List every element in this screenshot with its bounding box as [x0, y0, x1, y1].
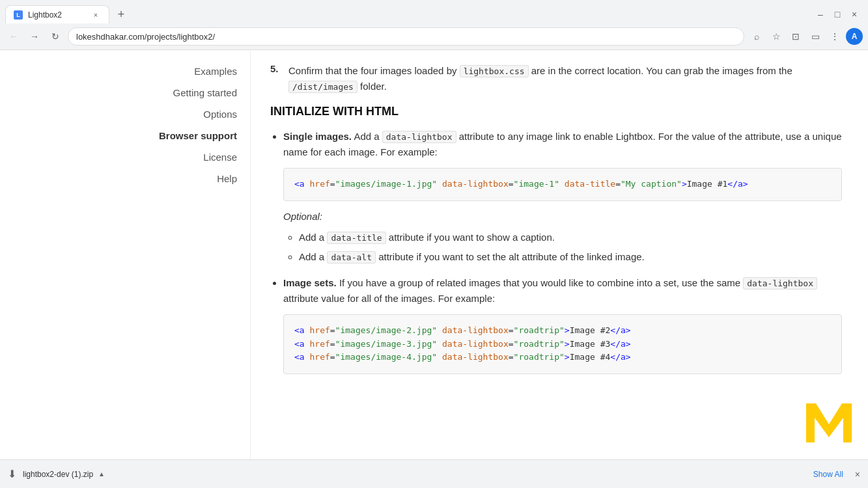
maximize-button[interactable]: □: [829, 6, 846, 23]
sidebar: Examples Getting started Options Browser…: [0, 50, 251, 488]
sidebar-item-getting-started[interactable]: Getting started: [173, 85, 237, 101]
tab-title: Lightbox2: [28, 10, 85, 20]
code-tag-text: Image #1: [687, 179, 728, 189]
sub-item2-code: data-alt: [327, 251, 376, 264]
download-chevron-icon[interactable]: ▲: [98, 470, 105, 478]
bullet1-label: Single images.: [283, 131, 352, 142]
sub-item1-text-after: attribute if you want to show a caption.: [386, 232, 555, 243]
show-all-link[interactable]: Show All: [813, 470, 843, 479]
sub-item1-text-before: Add a: [299, 232, 327, 243]
bookmark-star-icon[interactable]: ☆: [768, 28, 785, 45]
sub-item1-code: data-title: [327, 232, 385, 244]
section-heading: INITIALIZE WITH HTML: [270, 105, 842, 118]
sidebar-item-browser-support[interactable]: Browser support: [159, 128, 237, 144]
bullet2-text: If you have a group of related images th…: [337, 277, 744, 288]
cast-icon[interactable]: ▭: [807, 28, 824, 45]
code-val-datatitle: "My caption": [621, 179, 682, 189]
uofm-logo: [803, 397, 855, 449]
list-item-single-images: Single images. Add a data-lightbox attri…: [283, 129, 842, 265]
code-block-single-image: <a href="images/image-1.jpg" data-lightb…: [283, 168, 842, 201]
page-content: Examples Getting started Options Browser…: [0, 50, 868, 488]
code-val-href: "images/image-1.jpg": [335, 179, 438, 189]
code-attr-datatitle: data-title: [565, 179, 615, 189]
sub-item-data-alt: Add a data-alt attribute if you want to …: [299, 249, 842, 265]
sidebar-item-help[interactable]: Help: [217, 170, 237, 187]
browser-chrome: L Lightbox2 × + – □ × ← → ↻ ⌕ ☆ ⊡ ▭ ⋮ A: [0, 0, 868, 50]
code-val-datalightbox: "image-1": [514, 179, 559, 189]
toolbar-right: ⌕ ☆ ⊡ ▭ ⋮ A: [748, 28, 863, 45]
zoom-icon[interactable]: ⌕: [748, 28, 765, 45]
bullet1-code: data-lightbox: [382, 131, 456, 143]
code-attr-href: href: [309, 179, 329, 189]
code-block-image-sets: <a href="images/image-2.jpg" data-lightb…: [283, 314, 842, 374]
bullet2-code: data-lightbox: [743, 277, 817, 290]
bookmark-icon[interactable]: ⊡: [787, 28, 804, 45]
download-file-icon: ⬇: [8, 468, 16, 480]
sidebar-item-license[interactable]: License: [203, 149, 237, 165]
code-line-2: <a href="images/image-3.jpg" data-lightb…: [294, 338, 831, 351]
main-list: Single images. Add a data-lightbox attri…: [283, 129, 842, 374]
sidebar-item-options[interactable]: Options: [203, 106, 237, 122]
back-button[interactable]: ←: [5, 28, 22, 45]
step-code1: lightbox.css: [460, 65, 529, 77]
avatar[interactable]: A: [846, 28, 863, 45]
code-tag-open: <a: [294, 179, 309, 189]
tab-close-button[interactable]: ×: [91, 10, 101, 20]
address-bar-row: ← → ↻ ⌕ ☆ ⊡ ▭ ⋮ A: [0, 23, 868, 49]
menu-icon[interactable]: ⋮: [826, 28, 843, 45]
step-number: 5.: [270, 63, 283, 74]
close-window-button[interactable]: ×: [846, 6, 863, 23]
forward-button[interactable]: →: [26, 28, 43, 45]
new-tab-button[interactable]: +: [112, 5, 130, 23]
bullet2-label: Image sets.: [283, 277, 337, 288]
step-text: Confirm that the four images loaded by l…: [288, 63, 842, 94]
address-input[interactable]: [68, 27, 744, 46]
step-text-after: folder.: [357, 81, 387, 92]
code-line-1: <a href="images/image-2.jpg" data-lightb…: [294, 324, 831, 338]
tab-right-controls: – □ ×: [812, 6, 863, 23]
sub-item2-text-before: Add a: [299, 251, 327, 262]
sub-list: Add a data-title attribute if you want t…: [299, 230, 842, 265]
step-code2: /dist/images: [288, 81, 357, 93]
code-attr-datalightbox: data-lightbox: [442, 179, 509, 189]
list-item-image-sets: Image sets. If you have a group of relat…: [283, 275, 842, 374]
code-tag-close: >: [682, 179, 687, 189]
download-item: lightbox2-dev (1).zip ▲: [23, 470, 105, 479]
active-tab[interactable]: L Lightbox2 ×: [5, 5, 109, 23]
step-text-before: Confirm that the four images loaded by: [288, 65, 460, 76]
bullet2-text2: attribute value for all of the images. F…: [283, 293, 495, 304]
tab-bar: L Lightbox2 × + – □ ×: [0, 0, 868, 23]
optional-label: Optional:: [283, 209, 842, 224]
main-content: 5. Confirm that the four images loaded b…: [251, 50, 868, 488]
sidebar-item-examples[interactable]: Examples: [194, 63, 237, 79]
step-5: 5. Confirm that the four images loaded b…: [270, 63, 842, 94]
bullet1-text: Add a: [352, 131, 382, 142]
reload-button[interactable]: ↻: [47, 28, 64, 45]
code-tag-end: </a>: [727, 179, 748, 189]
download-bar-close-button[interactable]: ×: [855, 469, 860, 480]
tab-favicon: L: [14, 10, 23, 20]
sub-item2-text-after: attribute if you want to set the alt att…: [376, 251, 645, 262]
download-bar: ⬇ lightbox2-dev (1).zip ▲ Show All ×: [0, 459, 868, 488]
step-text-middle: are in the correct location. You can gra…: [529, 65, 792, 76]
minimize-button[interactable]: –: [812, 6, 829, 23]
sub-item-data-title: Add a data-title attribute if you want t…: [299, 230, 842, 245]
download-filename: lightbox2-dev (1).zip: [23, 470, 93, 479]
code-line-3: <a href="images/image-4.jpg" data-lightb…: [294, 351, 831, 364]
